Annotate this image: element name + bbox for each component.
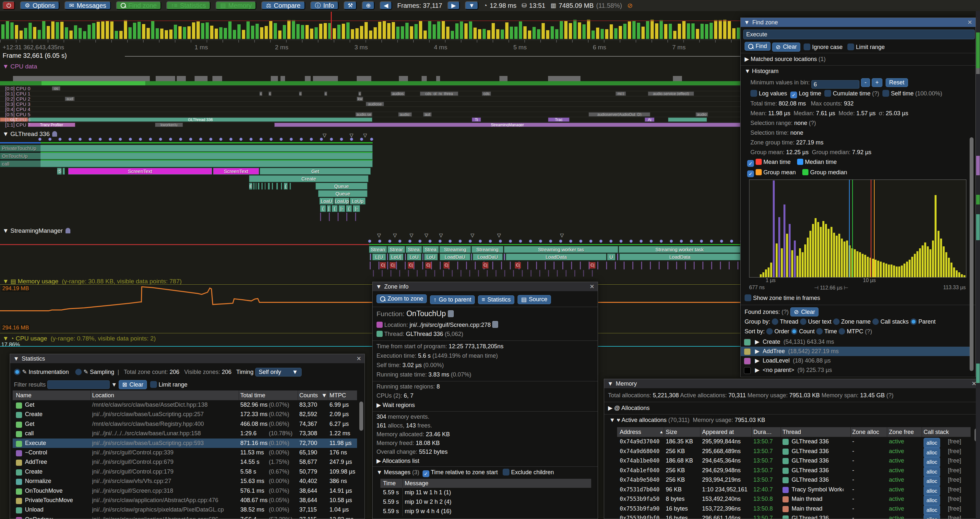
zone[interactable]: Streaming worker tas bbox=[504, 246, 618, 253]
zone[interactable]: ( bbox=[346, 205, 352, 212]
table-row[interactable]: Unload jni/../jni/src/claw/graphics/pixe… bbox=[13, 505, 357, 514]
exclude-children-checkbox[interactable] bbox=[503, 469, 509, 476]
zone[interactable]: Queue bbox=[318, 190, 368, 197]
zone[interactable]: Create bbox=[249, 175, 368, 182]
find-button[interactable]: Find bbox=[745, 42, 770, 51]
zone[interactable]: |- bbox=[353, 205, 360, 212]
message-marker-icon[interactable]: ▽ bbox=[410, 232, 414, 238]
zone[interactable]: kworker/u bbox=[155, 123, 183, 127]
zone[interactable] bbox=[370, 254, 371, 260]
order-radio[interactable] bbox=[766, 328, 773, 335]
allocation-row[interactable]: 0x74ab1ef040 256 KB 294,629,948ns 13:50.… bbox=[617, 466, 970, 476]
found-clear-button[interactable]: ⊘Clear bbox=[790, 307, 818, 316]
timeline-ruler[interactable]: +12:31 362,643,435ns 1 ms2 ms3 ms4 ms5 m… bbox=[0, 40, 740, 52]
call-stacks-radio[interactable] bbox=[872, 318, 879, 325]
zone[interactable]: c bbox=[324, 91, 327, 96]
close-icon[interactable]: ✕ bbox=[967, 19, 972, 26]
close-icon[interactable]: ✕ bbox=[590, 283, 594, 290]
zone[interactable] bbox=[261, 183, 262, 190]
zone[interactable]: U bbox=[607, 254, 616, 260]
zoom-button[interactable]: ⊕ bbox=[362, 1, 375, 10]
cpu-row[interactable]: [0:4] CPU 4 bbox=[0, 107, 740, 112]
zone[interactable]: c bbox=[358, 91, 361, 96]
reset-button[interactable]: Reset bbox=[886, 78, 908, 87]
plus-button[interactable]: + bbox=[872, 78, 882, 87]
time-radio[interactable] bbox=[816, 328, 823, 335]
zone[interactable]: LoadData bbox=[506, 254, 606, 260]
prev-frame-button[interactable]: ◀ bbox=[380, 1, 392, 10]
zone[interactable]: cds_ol_rx_threa bbox=[420, 91, 458, 96]
zone[interactable]: E bbox=[249, 183, 252, 190]
statistics-table-header[interactable]: Name Location Total time Counts▼ MTPC bbox=[13, 390, 357, 400]
cpu-row[interactable]: [0:1] CPU 1cccccaudioscds_ol_rx_threacds… bbox=[0, 91, 740, 96]
memory-table-header[interactable]: Address▲ Size Appeared at Dura… Thread Z… bbox=[617, 427, 970, 437]
alloc-callstack-button[interactable]: alloc bbox=[924, 514, 940, 519]
allocations-toggle[interactable]: ▶ @ Allocations bbox=[608, 404, 649, 412]
close-icon[interactable]: ✕ bbox=[356, 355, 361, 362]
zone[interactable]: Aj bbox=[645, 118, 654, 122]
message-marker-icon[interactable]: ▽ bbox=[439, 232, 443, 238]
zone[interactable]: LoaUp bbox=[334, 198, 349, 204]
zone[interactable]: audiose bbox=[366, 102, 384, 106]
table-row[interactable]: call jni/../jni/../../../src/claw/base/L… bbox=[13, 429, 357, 438]
table-row[interactable]: OnRedraw jni/../jni/src/claw/application… bbox=[13, 515, 357, 519]
zone[interactable]: audioserver(AudioOut_D) bbox=[589, 112, 650, 117]
go-to-parent-button[interactable]: ↑Go to parent bbox=[430, 295, 475, 304]
parent-radio[interactable] bbox=[910, 318, 917, 325]
zone[interactable]: call bbox=[0, 160, 372, 167]
zone[interactable]: Streaming bbox=[439, 246, 471, 253]
memory-usage-header[interactable]: ▼ ▤ Memory usage (y-range: 30.88 KB, vis… bbox=[3, 278, 181, 285]
timeline-minimap-strip[interactable] bbox=[976, 11, 980, 519]
options-button[interactable]: ⚙Options bbox=[20, 1, 59, 10]
allocation-row[interactable]: 0x74a9d68040 256 KB 295,668,489ns 13:50.… bbox=[617, 447, 970, 456]
zone[interactable]: LoU bbox=[424, 254, 438, 260]
zone[interactable]: kw bbox=[357, 97, 363, 101]
zone[interactable]: PrivateTouchUp bbox=[0, 145, 372, 152]
next-frame-button[interactable]: ▶ bbox=[447, 1, 460, 10]
zone[interactable] bbox=[253, 183, 255, 190]
clear-button[interactable]: ⊘Clear bbox=[772, 43, 800, 52]
zone[interactable]: ScreenText bbox=[213, 168, 259, 175]
zone[interactable]: audios bbox=[391, 91, 405, 96]
allocation-row[interactable]: 0x7553b9fbf0 16 bytes 296,661,146ns 13:5… bbox=[617, 514, 970, 519]
zone[interactable]: C| bbox=[515, 262, 521, 268]
zone[interactable]: LoadData bbox=[619, 254, 740, 260]
memory-titlebar[interactable]: ▼ Memory✕ bbox=[604, 379, 980, 388]
cpu-row[interactable]: [0:3] CPU 3audiose bbox=[0, 101, 740, 107]
source-button[interactable]: ▤Source bbox=[517, 295, 551, 304]
message-marker-icon[interactable]: ▽ bbox=[497, 232, 501, 238]
table-row[interactable]: PrivateTouchMove jni/../jni/src/claw/app… bbox=[13, 496, 357, 505]
messages-button[interactable]: ✉Messages bbox=[65, 1, 111, 10]
zone[interactable]: LoadDaU bbox=[473, 254, 503, 260]
zone[interactable]: aud bbox=[65, 97, 75, 101]
zone[interactable] bbox=[256, 183, 256, 190]
zone[interactable]: Strean bbox=[369, 246, 387, 253]
zone[interactable]: LoUp bbox=[350, 198, 366, 204]
tools-button[interactable]: ⚒ bbox=[344, 1, 357, 10]
allocation-row[interactable]: 0x74a9d37040 186.35 KB 295,999,844ns 13:… bbox=[617, 437, 970, 447]
filter-input[interactable] bbox=[47, 380, 110, 389]
found-zone-row[interactable]: ▶ <no parent> (9) 225.73 µs bbox=[741, 366, 971, 375]
find-zone-input[interactable]: Execute bbox=[743, 30, 975, 39]
zone[interactable] bbox=[617, 254, 619, 260]
message-row[interactable]: 5.59 s mip 10 w 2 h 2 (4) bbox=[380, 497, 591, 507]
zone[interactable]: Streaming bbox=[471, 246, 503, 253]
zone[interactable]: LoU| bbox=[389, 254, 403, 260]
zone[interactable]: Ti bbox=[472, 118, 481, 122]
zone[interactable]: Strea bbox=[406, 246, 422, 253]
table-row[interactable]: ~Control jni/../jni/src/guif/Control.cpp… bbox=[13, 448, 357, 457]
log-time-checkbox[interactable]: ✓ bbox=[790, 91, 797, 98]
table-row[interactable]: Get /mnt/e/claw/src/claw/base/Registry.h… bbox=[13, 419, 357, 429]
wait-regions-toggle[interactable]: ▶ Wait regions bbox=[377, 401, 415, 409]
zone[interactable]: os bbox=[52, 86, 60, 91]
zone[interactable]: Strear bbox=[388, 246, 405, 253]
table-row[interactable]: Execute jni/../jni/src/claw/base/LuaScri… bbox=[13, 439, 357, 448]
zone[interactable]: audio.se bbox=[355, 112, 372, 117]
cpu-data-header[interactable]: ▼ CPU data bbox=[3, 63, 37, 70]
frame-info-label[interactable]: Frame 32,661 (6.05 s) bbox=[3, 52, 67, 59]
zone[interactable]: Get bbox=[260, 168, 371, 175]
zone[interactable] bbox=[668, 118, 707, 122]
count-radio[interactable] bbox=[791, 328, 797, 335]
mtpc-radio[interactable] bbox=[838, 328, 845, 335]
zone[interactable]: L(U bbox=[372, 254, 386, 260]
